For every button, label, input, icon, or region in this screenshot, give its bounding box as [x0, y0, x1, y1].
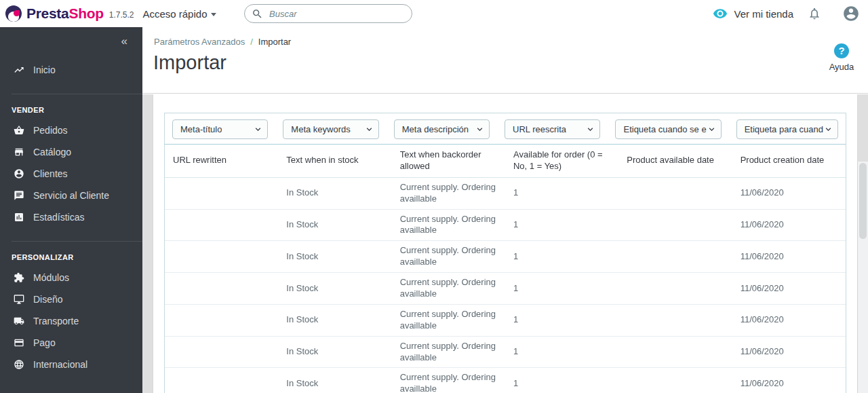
cell-url-rewritten	[165, 273, 278, 305]
col-header-url-rewritten: URL rewritten	[165, 145, 278, 177]
cell-available-date	[618, 273, 732, 305]
select-value: Meta descripción	[402, 124, 469, 134]
cell-text-in-stock: In Stock	[278, 273, 391, 305]
cell-text-in-stock: In Stock	[278, 241, 391, 273]
cell-text-backorder: Current supply. Ordering availlable	[392, 304, 505, 336]
question-circle-icon: ?	[834, 43, 849, 58]
table-row: In Stock Current supply. Ordering availl…	[165, 273, 846, 305]
select-value: URL reescrita	[513, 124, 566, 134]
select-cell: Meta keywords	[275, 119, 386, 139]
monitor-icon	[14, 294, 24, 305]
search-input[interactable]	[269, 9, 405, 19]
chevron-down-icon	[253, 124, 263, 134]
cell-text-in-stock: In Stock	[278, 336, 391, 368]
cell-available-for-order: 1	[505, 368, 618, 393]
sidebar-section-personalizar: PERSONALIZAR	[0, 242, 142, 267]
sidebar-collapse-button[interactable]: «	[0, 27, 142, 47]
chevron-down-icon	[823, 124, 833, 134]
column-type-select[interactable]: Meta-título	[172, 119, 268, 139]
data-table: URL rewritten Text when in stock Text wh…	[165, 145, 846, 393]
page-title: Importar	[153, 52, 868, 74]
table-row: In Stock Current supply. Ordering availl…	[165, 304, 846, 336]
bar-chart-icon	[14, 212, 24, 223]
select-value: Etiqueta cuando se e	[623, 124, 706, 134]
select-value: Etiqueta para cuand	[745, 124, 823, 134]
shopping-basket-icon	[14, 125, 24, 136]
sidebar-item-pedidos[interactable]: Pedidos	[0, 119, 142, 141]
sidebar-item-transporte[interactable]: Transporte	[0, 310, 142, 332]
col-header-available-for-order: Available for order (0 = No, 1 = Yes)	[505, 145, 618, 177]
cell-text-backorder: Current supply. Ordering availlable	[392, 273, 505, 305]
cell-available-for-order: 1	[505, 273, 618, 305]
select-value: Meta-título	[180, 124, 222, 134]
cell-available-date	[618, 241, 732, 273]
cell-creation-date: 11/06/2020	[732, 368, 846, 393]
column-type-select[interactable]: Meta descripción	[394, 119, 490, 139]
breadcrumb-separator: /	[250, 37, 253, 47]
sidebar-item-label: Diseño	[33, 294, 63, 305]
cell-available-for-order: 1	[505, 304, 618, 336]
scrollbar-thumb[interactable]	[859, 163, 867, 239]
table-row: In Stock Current supply. Ordering availl…	[165, 177, 846, 209]
column-type-selects-row: Meta-título Meta keywords	[165, 113, 846, 145]
sidebar-item-catalogo[interactable]: Catálogo	[0, 141, 142, 163]
sidebar-item-diseno[interactable]: Diseño	[0, 288, 142, 310]
sidebar-item-label: Internacional	[33, 359, 87, 370]
search-box[interactable]	[244, 4, 412, 23]
help-button[interactable]: ? Ayuda	[824, 43, 859, 72]
column-type-select[interactable]: Meta keywords	[283, 119, 378, 139]
select-cell: Meta descripción	[387, 119, 497, 139]
cell-text-in-stock: In Stock	[278, 209, 391, 241]
import-matches-card: Meta-título Meta keywords	[153, 94, 857, 393]
help-label: Ayuda	[824, 62, 859, 72]
eye-icon	[713, 6, 728, 21]
column-type-select[interactable]: URL reescrita	[505, 119, 600, 139]
sidebar-item-inicio[interactable]: Inicio	[0, 59, 142, 81]
cell-url-rewritten	[165, 304, 278, 336]
store-icon	[14, 147, 24, 157]
main-menu-sidebar: « Inicio VENDER Pedidos Catálogo Cliente…	[0, 27, 142, 393]
cell-available-date	[618, 368, 732, 393]
truck-icon	[14, 316, 24, 326]
cell-text-backorder: Current supply. Ordering availlable	[392, 241, 505, 273]
prestashop-logo[interactable]: PrestaShop 1.7.5.2	[0, 5, 134, 22]
user-menu-button[interactable]	[842, 5, 860, 22]
sidebar-item-modulos[interactable]: Módulos	[0, 267, 142, 288]
sidebar-item-label: Transporte	[33, 316, 79, 326]
cell-available-date	[618, 336, 732, 368]
sidebar-item-clientes[interactable]: Clientes	[0, 163, 142, 185]
cell-creation-date: 11/06/2020	[732, 336, 846, 368]
table-row: In Stock Current supply. Ordering availl…	[165, 336, 846, 368]
cell-text-in-stock: In Stock	[278, 177, 391, 209]
table-body: In Stock Current supply. Ordering availl…	[165, 177, 846, 393]
column-type-select[interactable]: Etiqueta cuando se e	[615, 119, 721, 139]
sidebar-item-servicio-al-cliente[interactable]: Servicio al Cliente	[0, 185, 142, 206]
cell-creation-date: 11/06/2020	[732, 209, 846, 241]
sidebar-item-label: Catálogo	[33, 147, 71, 157]
col-header-text-in-stock: Text when in stock	[278, 145, 391, 177]
column-type-select[interactable]: Etiqueta para cuand	[736, 119, 838, 139]
scrollbar[interactable]	[857, 162, 868, 393]
sidebar-item-pago[interactable]: Pago	[0, 332, 142, 354]
sidebar-item-label: Estadísticas	[33, 212, 84, 223]
sidebar-item-internacional[interactable]: Internacional	[0, 354, 142, 375]
breadcrumb-current: Importar	[258, 37, 291, 47]
breadcrumb-parent-link[interactable]: Parámetros Avanzados	[154, 37, 245, 47]
page-header: Parámetros Avanzados/Importar Importar ?…	[142, 27, 868, 94]
cell-text-in-stock: In Stock	[278, 368, 391, 393]
cell-creation-date: 11/06/2020	[732, 304, 846, 336]
puzzle-icon	[14, 272, 24, 283]
cell-available-for-order: 1	[505, 177, 618, 209]
search-icon	[252, 8, 263, 20]
col-header-creation-date: Product creation date	[732, 145, 846, 177]
top-header: PrestaShop 1.7.5.2 Acceso rápido Ver mi …	[0, 0, 868, 27]
cell-url-rewritten	[165, 368, 278, 393]
quick-access-dropdown[interactable]: Acceso rápido	[142, 8, 216, 20]
notifications-button[interactable]	[808, 7, 821, 21]
view-shop-link[interactable]: Ver mi tienda	[713, 6, 793, 21]
person-circle-icon	[14, 168, 24, 179]
sidebar-item-estadisticas[interactable]: Estadísticas	[0, 206, 142, 228]
cell-text-in-stock: In Stock	[278, 304, 391, 336]
view-shop-label: Ver mi tienda	[734, 8, 793, 20]
quick-access-label: Acceso rápido	[142, 8, 207, 20]
